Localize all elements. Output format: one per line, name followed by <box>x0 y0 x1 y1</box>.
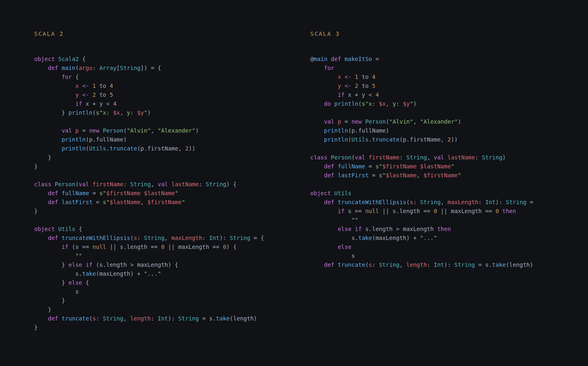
code-token: Utils <box>89 145 106 152</box>
code-token: Person <box>365 118 386 125</box>
code-token: 4 <box>109 83 113 89</box>
code-token: 5 <box>372 83 375 89</box>
code-token <box>310 92 338 98</box>
code-token <box>341 83 344 89</box>
code-token: lastFirst <box>61 199 92 205</box>
code-token: for <box>61 74 72 80</box>
code-token: println <box>68 109 92 116</box>
code-token: Person <box>103 127 124 134</box>
code-token: String <box>455 261 475 268</box>
code-token: println <box>61 145 85 152</box>
code-token: 0 <box>223 244 226 250</box>
code-token: truncateWithEllipsis <box>61 235 130 241</box>
code-token: String <box>144 235 165 241</box>
code-token <box>310 199 324 205</box>
code-token: else <box>68 279 82 286</box>
code-token <box>331 100 334 107</box>
code-token: $lastName <box>386 172 417 179</box>
code-token: ]) = { <box>140 65 161 71</box>
code-token <box>341 74 344 80</box>
code-token: s <box>369 261 372 268</box>
code-token: = <box>89 190 99 196</box>
code-token: ) { <box>226 181 236 187</box>
code-token: @ <box>310 56 314 62</box>
code-token: : <box>96 315 103 322</box>
code-token: || s.length == <box>379 208 434 214</box>
code-token: "Alexander" <box>420 118 458 125</box>
code-token: , <box>123 315 130 322</box>
code-token <box>328 154 331 161</box>
code-token: String <box>120 65 141 71</box>
code-token <box>444 154 447 161</box>
code-token: " <box>458 172 461 179</box>
code-token: val <box>79 181 89 187</box>
code-token: Array <box>99 65 116 71</box>
code-token: : <box>400 154 407 161</box>
code-token: , <box>441 199 448 205</box>
code-token: )) <box>188 145 195 152</box>
code-token: $firstName <box>424 172 458 179</box>
code-token: s. <box>310 235 358 241</box>
code-token: def <box>48 65 58 71</box>
code-token <box>55 56 58 62</box>
code-token: { <box>75 226 82 232</box>
code-token: 4 <box>113 100 116 107</box>
code-token: s <box>310 253 355 259</box>
code-token: truncate <box>61 315 89 322</box>
code-token: s <box>133 235 137 241</box>
code-token: , <box>417 172 424 179</box>
code-token: s" <box>103 199 110 205</box>
code-token: maxLength <box>171 235 202 241</box>
code-token: = s. <box>475 261 492 268</box>
code-token <box>140 190 144 196</box>
code-token: object <box>310 190 331 196</box>
code-token: = <box>369 172 379 179</box>
code-token: s == <box>345 208 365 214</box>
code-token: String <box>420 199 441 205</box>
code-token: do <box>324 100 331 107</box>
code-token: 2 <box>355 83 358 89</box>
code-token: new <box>89 127 99 134</box>
right-header: SCALA 3 <box>310 29 554 38</box>
code-token: , <box>151 127 158 134</box>
code-token <box>334 172 338 179</box>
code-token: s" <box>379 172 386 179</box>
left-column: SCALA 2 object Scala2 { def main(args: A… <box>34 29 278 332</box>
code-token: (maxLength) + <box>96 270 144 277</box>
code-token: } <box>34 109 68 116</box>
code-token: def <box>48 199 58 205</box>
code-token: ) <box>458 118 461 125</box>
code-token <box>310 65 324 71</box>
code-token: $x <box>379 100 386 107</box>
code-token: else <box>338 226 352 232</box>
code-token: args <box>79 65 93 71</box>
code-token: ): <box>444 261 454 268</box>
code-token: lastFirst <box>338 172 369 179</box>
code-token: 2 <box>448 136 451 143</box>
code-token: : <box>123 181 130 187</box>
code-token: ) <box>195 127 199 134</box>
code-token: : <box>151 315 158 322</box>
code-token: x <box>75 83 79 89</box>
code-token: s"x: <box>96 109 113 116</box>
code-token <box>310 244 338 250</box>
code-token: $y <box>403 100 410 107</box>
code-token <box>34 244 61 250</box>
code-token: println <box>61 136 85 143</box>
code-token: $lastName <box>109 199 140 205</box>
code-token: def <box>48 315 58 322</box>
code-token: [ <box>116 65 120 71</box>
code-token: ): <box>168 315 178 322</box>
code-token: def <box>324 261 334 268</box>
code-token: maxLength <box>448 199 479 205</box>
code-token <box>499 208 502 214</box>
code-token: ( <box>358 100 362 107</box>
code-token: { <box>79 56 86 62</box>
code-token: else <box>68 261 82 268</box>
code-token: ): <box>219 235 230 241</box>
code-token <box>34 127 61 134</box>
code-token: "Alexander" <box>158 127 196 134</box>
code-token: Int <box>485 199 495 205</box>
code-token: x + y < <box>82 100 113 107</box>
left-code-block: object Scala2 { def main(args: Array[Str… <box>34 54 278 332</box>
